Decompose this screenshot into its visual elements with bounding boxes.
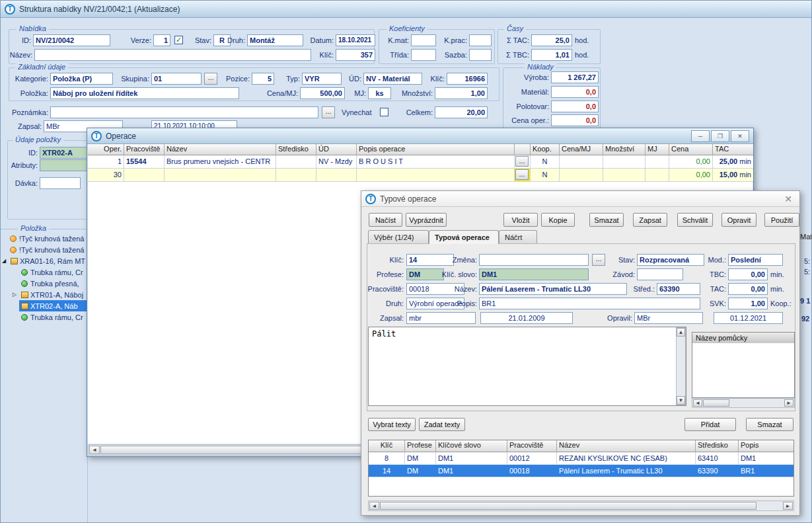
pomucky-list[interactable] [692, 343, 795, 398]
expanded-icon[interactable]: ◢ [2, 256, 6, 266]
tree-item-selected[interactable]: XTR02-A, Náb [19, 300, 87, 311]
pomucky-header[interactable]: Název pomůcky [692, 332, 795, 344]
verze-field[interactable]: 1 [153, 34, 170, 46]
col-cenamj[interactable]: Cena/MJ [560, 144, 603, 155]
maximize-icon[interactable]: ❐ [711, 130, 729, 142]
t-tac-field[interactable]: 0,00 [728, 283, 768, 295]
skupina-field[interactable]: 01 [151, 73, 202, 85]
vyprazdnit-button[interactable]: Vyprázdnit [406, 213, 447, 227]
scroll-left-icon[interactable]: ◄ [693, 399, 702, 407]
t-popis-field[interactable]: BR1 [479, 298, 700, 309]
trida-field[interactable] [411, 49, 436, 61]
collapsed-icon[interactable]: ▷ [13, 290, 17, 300]
col-tac[interactable]: TAC [713, 144, 753, 155]
tree-item[interactable]: !Tyč kruhová tažená [19, 245, 87, 255]
kmat-field[interactable] [411, 34, 436, 46]
popis-browse-button[interactable]: ... [515, 169, 529, 180]
tree-item[interactable]: XTR01-A, Náboj [30, 290, 87, 300]
mnozstvi-field[interactable]: 1,00 [435, 87, 488, 99]
t-nazev-field[interactable]: Pálení Laserem - Trumatic LL30 [479, 283, 627, 295]
tab-typova-operace[interactable]: Typová operace [429, 230, 499, 244]
celkem-field[interactable]: 20,00 [435, 106, 488, 118]
opravil-date-field[interactable]: 01.12.2021 [714, 312, 783, 324]
operace-row[interactable]: 30 ... N 0,00 15,00 min [88, 169, 753, 182]
col-browse[interactable] [515, 144, 531, 155]
typ-field[interactable]: VYR [302, 73, 342, 85]
close-icon[interactable]: ✕ [781, 192, 795, 206]
scroll-down-icon[interactable]: ▼ [677, 396, 685, 405]
popis-browse-button[interactable]: ... [515, 156, 529, 167]
col-pracoviste[interactable]: Pracoviště [124, 144, 165, 155]
tbc-field[interactable]: 0,00 [728, 268, 768, 280]
col-nazev[interactable]: Název [165, 144, 276, 155]
tcol-profese[interactable]: Profese [405, 440, 436, 452]
col-cena[interactable]: Cena [669, 144, 713, 155]
typove-hscrollbar[interactable]: ◄ ► [368, 501, 794, 511]
operation-text-area[interactable]: Pálit [368, 327, 686, 406]
tcol-stredisko[interactable]: Středisko [696, 440, 739, 452]
t-stav-field[interactable]: Rozpracovaná [637, 254, 704, 266]
scroll-right-icon[interactable]: ► [783, 502, 793, 510]
zmena-browse-button[interactable]: ... [592, 254, 605, 266]
zapsat-button[interactable]: Zapsat [633, 213, 667, 227]
mj-field[interactable]: ks [368, 87, 391, 99]
davka-field[interactable] [40, 177, 81, 189]
kopie-button[interactable]: Kopie [541, 213, 575, 227]
close-icon[interactable]: ✕ [731, 130, 749, 142]
typove-table-row-selected[interactable]: 14 DM DM1 00018 Pálení Laserem - Trumati… [369, 465, 794, 477]
opravit-button[interactable]: Opravit [721, 213, 757, 227]
tab-nacrt[interactable]: Náčrt [499, 230, 537, 244]
col-mnozstvi[interactable]: Množství [603, 144, 646, 155]
svk-field[interactable]: 1,00 [728, 298, 768, 309]
minimize-icon[interactable]: ─ [691, 130, 710, 142]
klicslovo-field[interactable]: DM1 [479, 268, 589, 280]
schvalit-button[interactable]: Schválit [677, 213, 713, 227]
tcol-nazev[interactable]: Název [557, 440, 696, 452]
klic2-field[interactable]: 16966 [447, 73, 488, 85]
col-stredisko[interactable]: Středisko [276, 144, 316, 155]
vybrat-texty-button[interactable]: Vybrat texty [368, 418, 416, 431]
tab-vyber[interactable]: Výběr (1/24) [368, 230, 429, 244]
tree-item[interactable]: !Tyč kruhová tažená [19, 233, 87, 244]
smazat-button[interactable]: Smazat [589, 213, 624, 227]
pomucky-hscrollbar[interactable]: ◄ ► [692, 398, 795, 408]
zavod-field[interactable] [637, 268, 683, 280]
pridat-button[interactable]: Přidat [684, 418, 736, 431]
polotovar-field[interactable]: 0,0 [551, 101, 599, 112]
col-mj[interactable]: MJ [646, 144, 669, 155]
nacist-button[interactable]: Načíst [369, 213, 402, 227]
vynechat-checkbox[interactable] [380, 108, 388, 116]
tree-item[interactable]: Trubka přesná, [30, 278, 87, 289]
poznamka-browse-button[interactable]: ... [322, 106, 335, 118]
polozka-field[interactable]: Náboj pro uložení řídítek [50, 87, 239, 99]
druh-field[interactable]: Montáž [247, 34, 303, 46]
tree-item[interactable]: Trubka rámu, Cr [30, 312, 87, 323]
typove-titlebar[interactable]: T Typové operace ✕ [361, 191, 799, 207]
verze-checkbox[interactable]: ✓ [174, 36, 183, 44]
vlozit-button[interactable]: Vložit [503, 213, 538, 227]
klic-field[interactable]: 357 [336, 49, 375, 61]
id-field[interactable]: NV/21/0042 [33, 34, 110, 46]
main-titlebar[interactable]: T Struktura nabídky NV/21/0042;1 (Aktual… [1, 1, 811, 18]
poznamka-field[interactable] [50, 106, 318, 118]
vyroba-field[interactable]: 1 267,27 [551, 71, 599, 83]
t-zapsal-field[interactable]: mbr [406, 312, 476, 324]
operace-row[interactable]: 1 15544 Brus prumeru vnejsich - CENTR NV… [88, 155, 753, 169]
cenaoper-field[interactable]: 0,0 [551, 114, 599, 126]
opravil-field[interactable]: MBr [634, 312, 703, 324]
scroll-thumb[interactable] [703, 399, 729, 407]
col-oper[interactable]: Oper. [88, 144, 124, 155]
col-koop[interactable]: Koop. [531, 144, 560, 155]
mod-field[interactable]: Poslední [728, 254, 783, 266]
tree-item[interactable]: Trubka rámu, Cr [30, 267, 87, 278]
col-ud[interactable]: ÚD [316, 144, 357, 155]
sazba-field[interactable] [469, 49, 492, 61]
nazev-field[interactable] [34, 49, 311, 61]
typove-table-row[interactable]: 8 DM DM1 00012 REZANI KYSLIKOVE NC (ESAB… [369, 452, 794, 465]
kprac-field[interactable] [469, 34, 492, 46]
scroll-left-icon[interactable]: ◄ [369, 502, 379, 510]
text-vscrollbar[interactable]: ▲ ▼ [676, 327, 686, 405]
datum-field[interactable]: 18.10.2021 [336, 34, 375, 46]
scroll-thumb[interactable] [380, 502, 757, 510]
tcol-klic[interactable]: Klíč [369, 440, 405, 452]
